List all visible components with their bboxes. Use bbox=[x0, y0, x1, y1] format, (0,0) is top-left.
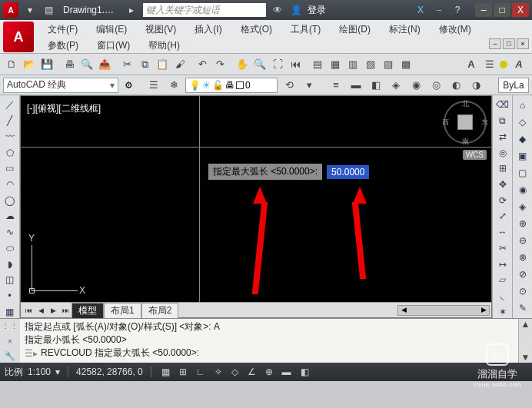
viewport-label[interactable]: [-][俯视][二维线框] bbox=[27, 102, 101, 115]
misc2-icon[interactable]: ◉ bbox=[407, 77, 424, 94]
layer-manager-icon[interactable]: ☰ bbox=[145, 77, 162, 94]
tab-last-icon[interactable]: ⏭ bbox=[59, 304, 71, 317]
viewcube-north[interactable]: 北 bbox=[462, 99, 469, 109]
menu-view[interactable]: 视图(V) bbox=[136, 22, 185, 38]
block-icon[interactable]: ◫ bbox=[3, 274, 17, 287]
misc1-icon[interactable]: ◈ bbox=[387, 77, 404, 94]
close-button[interactable]: X bbox=[512, 3, 529, 17]
hatch-icon[interactable]: ▦ bbox=[3, 305, 17, 318]
mdi-minimize[interactable]: – bbox=[489, 38, 501, 49]
nav5-icon[interactable]: ◉ bbox=[516, 183, 530, 197]
cmd-wrench-icon[interactable]: 🔧 bbox=[5, 351, 15, 361]
nav12-icon[interactable]: ✎ bbox=[516, 301, 530, 315]
exchange-dash-icon[interactable]: – bbox=[432, 3, 446, 17]
menu-dim[interactable]: 标注(N) bbox=[380, 22, 430, 38]
app-big-logo-icon[interactable]: A bbox=[3, 22, 34, 52]
command-text[interactable]: 指定起点或 [弧长(A)/对象(O)/样式(S)] <对象>: A 指定最小弧长… bbox=[20, 319, 518, 363]
qat-dropdown-icon[interactable]: ▾ bbox=[23, 3, 37, 17]
scale-icon[interactable]: ⤢ bbox=[496, 210, 510, 223]
status-snap-icon[interactable]: ▦ bbox=[159, 367, 172, 377]
search-input[interactable]: 键入关键字或短语 bbox=[143, 3, 266, 17]
save-icon[interactable]: 💾 bbox=[38, 56, 55, 73]
tab-next-icon[interactable]: ▶ bbox=[47, 304, 59, 317]
home-icon[interactable]: ⌂ bbox=[516, 98, 530, 112]
nav9-icon[interactable]: ⊗ bbox=[516, 250, 530, 264]
explode-icon[interactable]: ✶ bbox=[496, 305, 510, 318]
cut-icon[interactable]: ✂ bbox=[118, 56, 135, 73]
mirror-icon[interactable]: ⇄ bbox=[496, 130, 510, 143]
exchange-x-icon[interactable]: X bbox=[414, 3, 427, 17]
nav8-icon[interactable]: ⊖ bbox=[516, 234, 530, 247]
undo-icon[interactable]: ↶ bbox=[194, 56, 211, 73]
user-icon[interactable]: 👤 bbox=[289, 3, 303, 17]
stretch-icon[interactable]: ↔ bbox=[496, 226, 510, 239]
rectangle-icon[interactable]: ▭ bbox=[3, 162, 17, 175]
prompt-input[interactable]: 50.0000 bbox=[327, 165, 369, 179]
viewcube-south[interactable]: 南 bbox=[462, 137, 469, 147]
linetype-icon[interactable]: ≡ bbox=[328, 77, 344, 94]
trim-icon[interactable]: ✂ bbox=[496, 241, 510, 254]
xline-icon[interactable]: ╱ bbox=[3, 114, 17, 128]
status-otrack-icon[interactable]: ∠ bbox=[245, 367, 258, 377]
status-dyn-icon[interactable]: ⊕ bbox=[263, 367, 275, 377]
command-input-row[interactable]: ☰▸ REVCLOUD 指定最大弧长 <50.0000>: bbox=[25, 347, 514, 360]
workspace-gear-icon[interactable]: ⚙ bbox=[121, 78, 135, 92]
lineweight-icon[interactable]: ▬ bbox=[347, 77, 364, 94]
point-icon[interactable]: • bbox=[3, 290, 17, 303]
mdi-restore[interactable]: □ bbox=[503, 38, 515, 49]
match-icon[interactable]: 🖌 bbox=[171, 56, 188, 73]
tab-layout1[interactable]: 布局1 bbox=[104, 303, 141, 318]
fillet-icon[interactable]: ◟ bbox=[496, 290, 510, 303]
wcs-badge[interactable]: WCS bbox=[463, 150, 487, 160]
command-vscrollbar[interactable]: ▲▼ bbox=[518, 319, 532, 363]
zoom-icon[interactable]: 🔍 bbox=[251, 56, 268, 73]
login-button[interactable]: 登录 bbox=[308, 4, 326, 17]
menu-param[interactable]: 参数(P) bbox=[38, 38, 88, 54]
status-coords[interactable]: 42582, 28766, 0 bbox=[76, 367, 143, 377]
properties-icon[interactable]: ▤ bbox=[309, 56, 326, 73]
new-icon[interactable]: 🗋 bbox=[3, 56, 20, 73]
cmd-handle-icon[interactable]: ⋮⋮ bbox=[2, 321, 18, 331]
open-icon[interactable]: 📂 bbox=[21, 56, 38, 73]
nav3-icon[interactable]: ▣ bbox=[516, 149, 530, 163]
copy-icon[interactable]: ⧉ bbox=[136, 56, 153, 73]
calc-icon[interactable]: ▩ bbox=[397, 56, 414, 73]
tab-layout2[interactable]: 布局2 bbox=[141, 303, 179, 318]
layer-state-icon[interactable]: ▾ bbox=[301, 77, 318, 94]
viewcube-east[interactable]: 东 bbox=[481, 118, 488, 128]
nav7-icon[interactable]: ⊕ bbox=[516, 217, 530, 231]
tab-model[interactable]: 模型 bbox=[71, 303, 104, 318]
tab-prev-icon[interactable]: ◀ bbox=[35, 304, 47, 317]
qat-new-icon[interactable]: ▤ bbox=[42, 3, 55, 17]
offset-icon[interactable]: ◎ bbox=[496, 146, 510, 159]
status-qr-icon[interactable]: ◧ bbox=[298, 367, 311, 377]
menu-edit[interactable]: 编辑(E) bbox=[87, 22, 136, 38]
nav2-icon[interactable]: ◆ bbox=[516, 132, 530, 146]
viewcube[interactable]: 北 南 西 东 bbox=[444, 101, 487, 144]
help-icon[interactable]: ? bbox=[451, 3, 464, 17]
paste-icon[interactable]: 📋 bbox=[154, 56, 171, 73]
status-lwt-icon[interactable]: ▬ bbox=[280, 367, 294, 377]
circle-icon[interactable]: ◯ bbox=[3, 194, 17, 207]
misc4-icon[interactable]: ◐ bbox=[447, 77, 464, 94]
status-polar-icon[interactable]: ✧ bbox=[212, 367, 224, 377]
array-icon[interactable]: ⊞ bbox=[496, 162, 510, 175]
color-icon[interactable]: ◧ bbox=[367, 77, 384, 94]
hscrollbar[interactable]: ◀▶ bbox=[397, 305, 490, 316]
minimize-button[interactable]: – bbox=[475, 3, 492, 17]
app-logo-icon[interactable]: A bbox=[3, 2, 18, 18]
standards-icon[interactable]: ☰ bbox=[481, 56, 498, 73]
publish-icon[interactable]: 📤 bbox=[96, 56, 113, 73]
qat-more-icon[interactable]: ▸ bbox=[125, 3, 138, 17]
nav4-icon[interactable]: ▢ bbox=[516, 166, 530, 180]
ellipse-icon[interactable]: ⬭ bbox=[3, 242, 17, 255]
misc5-icon[interactable]: ◑ bbox=[467, 77, 484, 94]
nav10-icon[interactable]: ⊘ bbox=[516, 267, 530, 281]
tool-palette-icon[interactable]: ▥ bbox=[344, 56, 361, 73]
menu-window[interactable]: 窗口(W) bbox=[88, 38, 139, 54]
cmd-close-icon[interactable]: × bbox=[8, 337, 12, 346]
nav6-icon[interactable]: ◈ bbox=[516, 200, 530, 214]
misc3-icon[interactable]: ◎ bbox=[427, 77, 444, 94]
pline-icon[interactable]: 〰 bbox=[3, 131, 17, 144]
polygon-icon[interactable]: ⬠ bbox=[3, 146, 17, 159]
